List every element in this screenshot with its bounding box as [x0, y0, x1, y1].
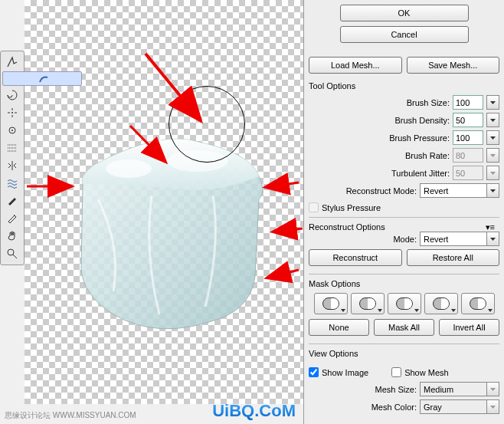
- turbulent-jitter-dropdown: [486, 166, 499, 180]
- forward-warp-tool[interactable]: [2, 54, 22, 71]
- push-left-tool[interactable]: [2, 140, 22, 156]
- brush-rate-label: Brush Rate:: [405, 151, 450, 160]
- mesh-size-select: Medium: [420, 382, 499, 396]
- brush-density-input[interactable]: 50: [453, 113, 483, 127]
- svg-point-3: [8, 249, 14, 255]
- watermark-right: UiBQ.CoM: [212, 401, 296, 421]
- mesh-size-label: Mesh Size:: [375, 385, 417, 394]
- watermark-left: 思缘设计论坛 WWW.MISSYUAN.COM: [5, 410, 136, 421]
- reconstruct-mode2-label: Mode:: [393, 235, 417, 244]
- turbulence-tool[interactable]: [2, 175, 22, 192]
- show-image-label: Show Image: [322, 368, 368, 377]
- mask-invert-all-button[interactable]: Invert All: [439, 319, 499, 336]
- show-mesh-label: Show Mesh: [404, 368, 448, 377]
- save-mesh-button[interactable]: Save Mesh...: [407, 57, 500, 74]
- mirror-tool[interactable]: [2, 157, 22, 174]
- mask-replace-button[interactable]: [314, 293, 348, 314]
- svg-point-0: [11, 112, 13, 113]
- thaw-mask-tool[interactable]: [2, 210, 22, 227]
- mesh-color-label: Mesh Color:: [371, 403, 417, 412]
- mask-options-title: Mask Options: [309, 279, 499, 288]
- svg-point-2: [11, 130, 13, 131]
- svg-point-4: [106, 159, 152, 178]
- brush-cursor: [169, 86, 245, 163]
- load-mesh-button[interactable]: Load Mesh...: [309, 57, 402, 74]
- brush-pressure-input[interactable]: 100: [453, 130, 483, 145]
- show-mesh-checkbox[interactable]: [391, 367, 401, 377]
- liquify-panel: OK Cancel Load Mesh... Save Mesh... Tool…: [303, 0, 504, 424]
- bloat-tool[interactable]: [2, 122, 22, 139]
- pucker-tool[interactable]: [2, 104, 22, 121]
- stylus-pressure-label: Stylus Pressure: [322, 203, 381, 212]
- brush-density-label: Brush Density:: [394, 116, 450, 125]
- mask-subtract-button[interactable]: [388, 293, 421, 314]
- reconstruct-mode-value: Revert: [424, 186, 448, 196]
- restore-all-button[interactable]: Restore All: [407, 249, 500, 266]
- brush-size-input[interactable]: 100: [453, 95, 483, 110]
- brush-rate-dropdown: [486, 148, 499, 163]
- brush-size-dropdown[interactable]: [486, 95, 499, 110]
- brush-pressure-dropdown[interactable]: [486, 130, 499, 145]
- twirl-tool[interactable]: [2, 87, 22, 104]
- reconstruct-mode2-value: Revert: [424, 235, 448, 244]
- show-image-checkbox[interactable]: [309, 367, 319, 377]
- liquify-toolbar: [0, 51, 25, 265]
- brush-rate-input: 80: [453, 148, 483, 163]
- tool-options-title: Tool Options: [309, 81, 499, 90]
- freeze-mask-tool[interactable]: [2, 192, 22, 209]
- reconstruct-tool[interactable]: [2, 71, 82, 86]
- mesh-size-value: Medium: [424, 385, 453, 394]
- hand-tool[interactable]: [2, 228, 22, 245]
- mask-intersect-button[interactable]: [424, 293, 458, 314]
- reconstruct-mode-select[interactable]: Revert: [420, 183, 499, 198]
- reconstruct-button[interactable]: Reconstruct: [309, 249, 402, 266]
- mask-add-button[interactable]: [351, 293, 385, 314]
- turbulent-jitter-input: 50: [453, 166, 483, 180]
- mask-none-button[interactable]: None: [309, 319, 369, 336]
- mask-invert-button[interactable]: [461, 293, 495, 314]
- mesh-color-select: Gray: [420, 399, 499, 414]
- mesh-color-value: Gray: [424, 403, 442, 412]
- brush-size-label: Brush Size:: [407, 98, 450, 107]
- ice-cube-image: [60, 123, 282, 337]
- brush-density-dropdown[interactable]: [486, 113, 499, 127]
- turbulent-jitter-label: Turbulent Jitter:: [391, 169, 450, 178]
- reconstruct-options-title: Reconstruct Options: [309, 222, 385, 232]
- view-options-title: View Options: [309, 349, 499, 358]
- zoom-tool[interactable]: [2, 245, 22, 262]
- reconstruct-mode-label: Reconstruct Mode:: [346, 186, 417, 196]
- reconstruct-mode2-select[interactable]: Revert: [420, 232, 499, 246]
- mask-all-button[interactable]: Mask All: [374, 319, 434, 336]
- cancel-button[interactable]: Cancel: [340, 26, 469, 43]
- ok-button[interactable]: OK: [340, 5, 469, 21]
- stylus-pressure-checkbox: [309, 202, 319, 212]
- brush-pressure-label: Brush Pressure:: [389, 133, 450, 143]
